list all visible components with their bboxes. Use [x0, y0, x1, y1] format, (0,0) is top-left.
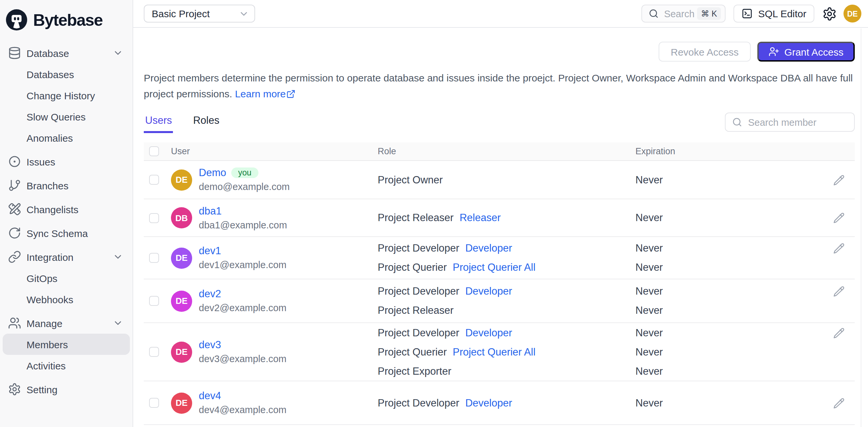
- sidebar-item-slow-queries[interactable]: Slow Queries: [3, 106, 130, 127]
- sidebar-item-change-history[interactable]: Change History: [3, 85, 130, 106]
- role-text: Project Developer: [378, 397, 459, 409]
- sidebar-item-sync-schema[interactable]: Sync Schema: [3, 223, 130, 243]
- member-identity: dev2dev2@example.com: [199, 287, 286, 315]
- member-roles: Project DeveloperDeveloperProject Querie…: [378, 237, 636, 279]
- member-name-link[interactable]: Demo: [199, 167, 226, 178]
- member-expirations: NeverNever: [636, 280, 833, 322]
- user-avatar[interactable]: DE: [843, 5, 861, 23]
- role-link[interactable]: Project Querier All: [453, 262, 535, 273]
- topbar-right: Search ⌘ K SQL Editor DE: [641, 5, 861, 23]
- sidebar-item-label: Manage: [27, 318, 62, 329]
- topbar: Basic Project Search ⌘ K SQL Editor DE: [133, 0, 868, 28]
- member-roles: Project DeveloperDeveloper: [378, 381, 636, 424]
- brand[interactable]: Bytebase: [0, 0, 132, 33]
- row-checkbox[interactable]: [149, 398, 159, 408]
- revoke-access-button[interactable]: Revoke Access: [659, 42, 751, 62]
- role-line: Project DeveloperDeveloper: [378, 393, 636, 413]
- sidebar-item-label: Integration: [27, 251, 73, 262]
- edit-member-pencil-icon[interactable]: [833, 212, 845, 224]
- member-name-link[interactable]: dev4: [199, 390, 221, 401]
- sidebar-item-branches[interactable]: Branches: [3, 175, 130, 196]
- member-name-link[interactable]: dba1: [199, 205, 222, 216]
- role-link[interactable]: Developer: [465, 327, 512, 339]
- row-checkbox[interactable]: [149, 213, 159, 223]
- member-row-dev4: DEdev4dev4@example.comProject DeveloperD…: [144, 381, 855, 425]
- sidebar-item-webhooks[interactable]: Webhooks: [3, 289, 130, 310]
- row-checkbox[interactable]: [149, 175, 159, 185]
- sidebar-item-anomalies[interactable]: Anomalies: [3, 127, 130, 148]
- member-name-link[interactable]: dev2: [199, 288, 221, 299]
- row-checkbox[interactable]: [149, 253, 159, 263]
- member-name-link[interactable]: dev3: [199, 339, 221, 350]
- scrollbar-track[interactable]: [861, 29, 861, 427]
- sidebar-item-changelists[interactable]: Changelists: [3, 199, 130, 220]
- app-window: Bytebase DatabaseDatabasesChange History…: [0, 0, 868, 427]
- sidebar-item-manage[interactable]: Manage: [3, 313, 130, 334]
- sidebar-item-label: Webhooks: [27, 294, 73, 305]
- member-row-dev3: DEdev3dev3@example.comProject DeveloperD…: [144, 323, 855, 381]
- sidebar-item-activities[interactable]: Activities: [3, 355, 130, 376]
- grant-access-label: Grant Access: [784, 46, 843, 57]
- sidebar-item-database[interactable]: Database: [3, 42, 130, 64]
- role-link[interactable]: Developer: [465, 285, 512, 297]
- member-avatar: DB: [171, 207, 192, 228]
- edit-member-pencil-icon[interactable]: [833, 174, 845, 186]
- member-expirations: NeverNeverNever: [636, 323, 833, 381]
- bytebase-logo-icon: [6, 9, 27, 30]
- project-selector[interactable]: Basic Project: [144, 5, 255, 23]
- edit-member-pencil-icon[interactable]: [833, 285, 845, 297]
- role-text: Project Exporter: [378, 365, 451, 377]
- member-search-input[interactable]: [747, 116, 847, 128]
- member-name-link[interactable]: dev1: [199, 245, 221, 256]
- settings-gear-icon[interactable]: [822, 6, 837, 21]
- select-all-checkbox[interactable]: [149, 146, 159, 156]
- role-link[interactable]: Project Querier All: [453, 346, 535, 358]
- database-icon: [8, 46, 21, 60]
- users-icon: [8, 317, 21, 330]
- tabs: UsersRoles: [144, 112, 221, 133]
- column-header-user: User: [171, 146, 190, 156]
- sidebar-item-gitops[interactable]: GitOps: [3, 267, 130, 289]
- member-avatar: DE: [171, 290, 192, 311]
- main-area: Basic Project Search ⌘ K SQL Editor DE: [133, 0, 868, 427]
- member-row-dev2: DEdev2dev2@example.comProject DeveloperD…: [144, 280, 855, 323]
- member-avatar: DE: [171, 392, 192, 414]
- member-expirations: Never: [636, 381, 833, 424]
- learn-more-link[interactable]: Learn more: [235, 88, 286, 99]
- sidebar-item-members[interactable]: Members: [3, 334, 130, 355]
- sidebar-item-issues[interactable]: Issues: [3, 151, 130, 172]
- member-roles: Project DeveloperDeveloperProject Releas…: [378, 280, 636, 322]
- search-label: Search: [664, 8, 694, 19]
- row-checkbox[interactable]: [149, 347, 159, 357]
- role-link[interactable]: Developer: [465, 397, 512, 409]
- chevron-down-icon: [113, 318, 123, 328]
- expiration-value: Never: [636, 258, 833, 277]
- table-body: DEDemoyoudemo@example.comProject OwnerNe…: [144, 161, 855, 425]
- member-identity: dev4dev4@example.com: [199, 389, 286, 417]
- sidebar-item-label: Changelists: [27, 204, 79, 215]
- member-email: dba1@example.com: [199, 220, 287, 230]
- edit-member-pencil-icon[interactable]: [833, 397, 845, 409]
- role-text: Project Owner: [378, 174, 443, 186]
- edit-member-pencil-icon[interactable]: [833, 242, 845, 254]
- gear-icon: [8, 383, 21, 396]
- member-avatar: DE: [171, 341, 192, 362]
- table-header: User Role Expiration: [144, 142, 855, 161]
- sidebar-item-label: Anomalies: [27, 132, 73, 143]
- member-email: dev2@example.com: [199, 302, 286, 313]
- expiration-value: Never: [636, 208, 833, 227]
- global-search-button[interactable]: Search ⌘ K: [641, 5, 725, 23]
- grant-access-button[interactable]: Grant Access: [757, 42, 855, 62]
- role-link[interactable]: Developer: [465, 242, 512, 254]
- sidebar-item-label: Database: [27, 47, 69, 59]
- edit-member-pencil-icon[interactable]: [833, 327, 845, 339]
- tab-users[interactable]: Users: [144, 112, 173, 133]
- tab-roles[interactable]: Roles: [192, 112, 221, 133]
- role-text: Project Releaser: [378, 212, 454, 224]
- row-checkbox[interactable]: [149, 296, 159, 306]
- sidebar-item-integration[interactable]: Integration: [3, 246, 130, 267]
- role-link[interactable]: Releaser: [460, 212, 501, 224]
- sidebar-item-setting[interactable]: Setting: [3, 379, 130, 400]
- sidebar-item-databases[interactable]: Databases: [3, 64, 130, 85]
- sql-editor-button[interactable]: SQL Editor: [734, 5, 814, 23]
